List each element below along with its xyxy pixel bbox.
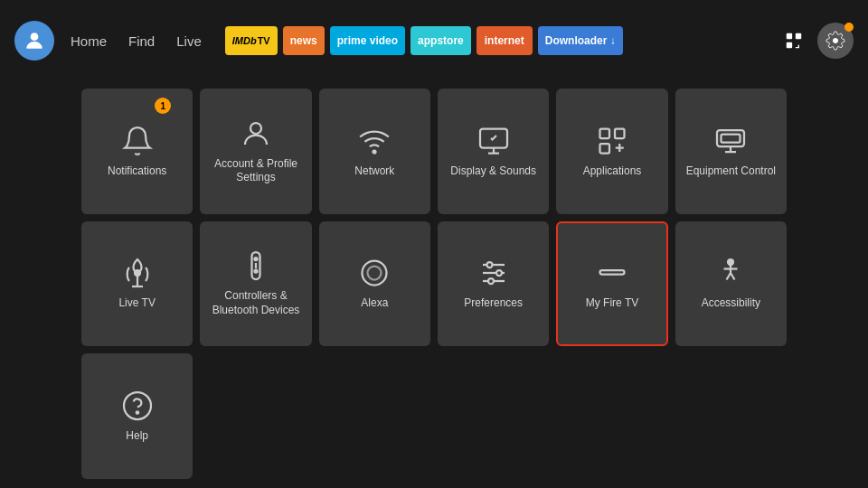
svg-rect-1	[787, 33, 792, 39]
alexa-icon	[358, 257, 391, 289]
tile-account[interactable]: Account & Profile Settings	[200, 89, 311, 214]
nav-live[interactable]: Live	[176, 33, 202, 49]
svg-point-6	[833, 38, 838, 43]
tile-preferences[interactable]: Preferences	[438, 221, 549, 347]
tile-controllers[interactable]: Controllers & Bluetooth Devices	[200, 221, 311, 347]
svg-point-7	[250, 123, 261, 134]
channel-internet[interactable]: internet	[476, 26, 533, 55]
tile-accessibility[interactable]: Accessibility	[675, 221, 787, 347]
tile-network[interactable]: Network	[319, 89, 430, 214]
nav-home[interactable]: Home	[71, 33, 107, 49]
tile-notifications[interactable]: 1 Notifications	[81, 89, 193, 214]
svg-point-22	[363, 261, 387, 286]
svg-rect-2	[796, 33, 801, 39]
channel-news[interactable]: news	[283, 26, 325, 55]
tile-equipment-label: Equipment Control	[686, 164, 776, 179]
channel-appstore[interactable]: appstore	[410, 26, 471, 55]
tile-preferences-label: Preferences	[464, 296, 523, 311]
tile-network-label: Network	[354, 164, 394, 179]
notification-badge: 1	[155, 98, 171, 114]
tile-alexa[interactable]: Alexa	[319, 221, 430, 347]
channel-pills: IMDbTV news prime video appstore interne…	[225, 26, 769, 55]
header: Home Find Live IMDbTV news prime video a…	[0, 0, 868, 81]
channel-imdb[interactable]: IMDbTV	[225, 26, 278, 55]
svg-rect-3	[787, 42, 792, 48]
svg-rect-14	[722, 134, 741, 142]
gear-notification-dot	[844, 23, 854, 32]
settings-grid: 1 Notifications Account & Profile Settin…	[0, 81, 868, 488]
svg-point-0	[31, 33, 39, 41]
tile-account-label: Account & Profile Settings	[209, 157, 302, 185]
svg-point-31	[728, 259, 733, 265]
sliders-icon	[477, 257, 510, 289]
tile-applications-label: Applications	[583, 164, 642, 179]
grid-view-button[interactable]	[778, 24, 810, 57]
tile-help[interactable]: Help	[81, 353, 193, 479]
antenna-icon	[121, 257, 154, 289]
svg-point-27	[486, 262, 492, 267]
tile-display[interactable]: Display & Sounds	[438, 89, 549, 214]
svg-rect-5	[796, 47, 799, 48]
tile-applications[interactable]: Applications	[556, 89, 667, 214]
firetv-icon	[596, 257, 628, 289]
svg-point-28	[496, 270, 502, 276]
header-icons	[778, 23, 854, 59]
tile-myfiretv-label: My Fire TV	[586, 296, 638, 311]
avatar[interactable]	[14, 21, 54, 61]
tile-livetv[interactable]: Live TV	[81, 221, 193, 347]
tile-notifications-label: Notifications	[108, 164, 166, 179]
tile-alexa-label: Alexa	[361, 296, 388, 311]
grid-icon	[784, 31, 804, 51]
svg-rect-10	[599, 128, 609, 138]
settings-button[interactable]	[817, 23, 854, 59]
tile-myfiretv[interactable]: My Fire TV	[556, 221, 667, 347]
apps-icon	[596, 125, 628, 157]
tile-display-label: Display & Sounds	[450, 164, 536, 179]
monitor-icon	[714, 125, 747, 157]
tile-livetv-label: Live TV	[118, 296, 155, 311]
tile-equipment[interactable]: Equipment Control	[675, 89, 787, 214]
svg-point-23	[368, 267, 382, 280]
svg-point-29	[488, 278, 494, 284]
help-icon	[121, 389, 154, 422]
display-icon	[477, 125, 510, 157]
tile-controllers-label: Controllers & Bluetooth Devices	[209, 289, 302, 317]
channel-downloader[interactable]: Downloader ↓	[538, 26, 623, 55]
remote-icon	[240, 249, 272, 282]
svg-point-21	[254, 270, 257, 273]
bell-icon	[121, 125, 154, 157]
svg-point-19	[254, 258, 257, 260]
nav-links: Home Find Live	[71, 33, 202, 49]
tile-accessibility-label: Accessibility	[702, 296, 760, 311]
svg-point-33	[136, 411, 137, 413]
wifi-icon	[358, 125, 391, 157]
gear-icon	[826, 31, 845, 51]
tile-help-label: Help	[126, 429, 148, 444]
user-icon	[23, 29, 46, 52]
accessibility-icon	[714, 257, 747, 289]
svg-point-8	[373, 150, 376, 153]
channel-prime[interactable]: prime video	[330, 26, 405, 55]
svg-rect-30	[599, 270, 624, 275]
svg-rect-11	[615, 128, 625, 138]
person-icon	[240, 117, 272, 150]
svg-point-32	[124, 392, 151, 419]
nav-find[interactable]: Find	[128, 33, 155, 49]
svg-rect-12	[599, 144, 609, 154]
svg-point-15	[135, 270, 140, 276]
